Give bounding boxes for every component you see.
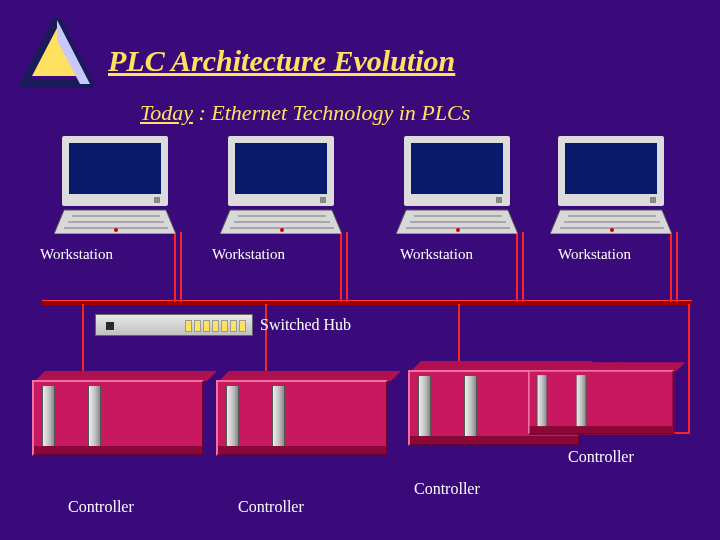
monitor-screen xyxy=(62,136,168,206)
svg-point-22 xyxy=(610,228,614,232)
ethernet-bus-line xyxy=(42,300,692,305)
wire xyxy=(174,232,176,302)
wire xyxy=(688,304,690,434)
svg-point-17 xyxy=(456,228,460,232)
wire xyxy=(516,232,518,302)
wire xyxy=(346,232,348,302)
slide-subtitle: Today : Ethernet Technology in PLCs xyxy=(140,100,470,126)
subtitle-underline: Today xyxy=(140,100,193,125)
wire xyxy=(180,232,182,302)
monitor-screen xyxy=(404,136,510,206)
subtitle-rest: : Ethernet Technology in PLCs xyxy=(193,100,470,125)
wire xyxy=(265,304,267,372)
hub-led-icon xyxy=(106,322,114,330)
controller-label: Controller xyxy=(238,498,304,516)
keyboard-icon xyxy=(54,208,176,234)
hub-label: Switched Hub xyxy=(260,316,351,334)
monitor-screen xyxy=(228,136,334,206)
keyboard-icon xyxy=(220,208,342,234)
logo-icon xyxy=(20,18,94,96)
plc-controller-icon xyxy=(216,380,388,456)
wire xyxy=(340,232,342,302)
controller-label: Controller xyxy=(68,498,134,516)
controller-label: Controller xyxy=(414,480,480,498)
wire xyxy=(458,304,460,362)
workstation-icon xyxy=(228,136,342,234)
plc-controller-icon xyxy=(32,380,204,456)
hub-ports xyxy=(185,320,246,332)
workstation-label: Workstation xyxy=(558,246,631,263)
wire xyxy=(676,232,678,302)
monitor-screen xyxy=(558,136,664,206)
workstation-icon xyxy=(558,136,672,234)
plc-controller-icon xyxy=(528,370,674,435)
workstation-label: Workstation xyxy=(400,246,473,263)
wire xyxy=(670,232,672,302)
svg-point-7 xyxy=(114,228,118,232)
wire xyxy=(522,232,524,302)
workstation-icon xyxy=(62,136,176,234)
workstation-label: Workstation xyxy=(40,246,113,263)
keyboard-icon xyxy=(550,208,672,234)
svg-point-12 xyxy=(280,228,284,232)
keyboard-icon xyxy=(396,208,518,234)
workstation-icon xyxy=(404,136,518,234)
switched-hub-icon xyxy=(95,314,253,336)
slide-title: PLC Architecture Evolution xyxy=(108,44,455,78)
controller-label: Controller xyxy=(568,448,634,466)
workstation-label: Workstation xyxy=(212,246,285,263)
wire xyxy=(82,304,84,372)
